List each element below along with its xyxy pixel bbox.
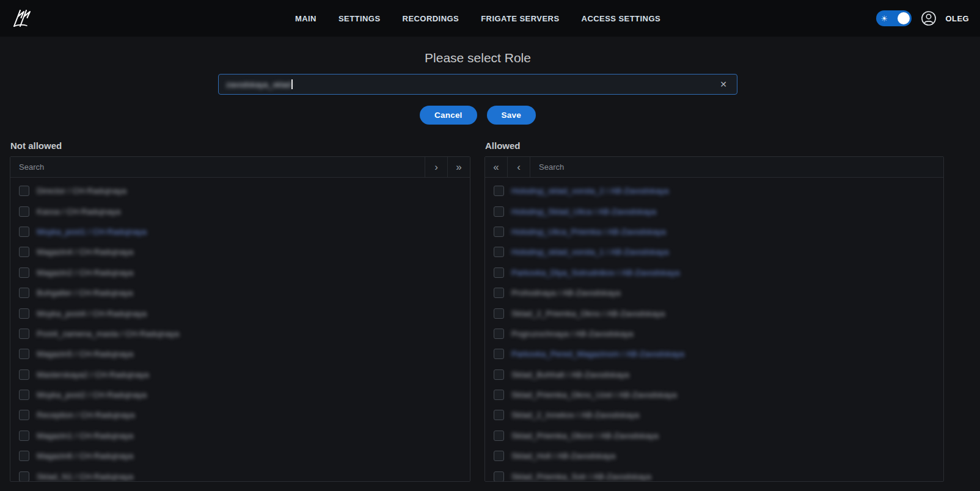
list-item[interactable]: Post4_zamena_masla / CH-Radujnaya: [10, 324, 470, 344]
not-allowed-panel: › » Director / CH-Radujnaya Kassa / CH-R…: [10, 156, 470, 482]
app-logo-icon[interactable]: [11, 7, 35, 29]
item-label: Holodnyj_sklad_vorota_2 / AB-Zavodskaya: [511, 186, 668, 195]
nav-link-frigate-servers[interactable]: FRIGATE SERVERS: [481, 14, 559, 23]
item-label: Pogruzochnaya / AB-Zavodskaya: [511, 329, 634, 338]
move-right-icon[interactable]: ›: [425, 157, 447, 177]
item-label: Holodnyj_Sklad_Ulica / AB-Zavodskaya: [511, 207, 656, 216]
item-checkbox[interactable]: [494, 390, 504, 400]
list-item[interactable]: Prohodnaya / AB-Zavodskaya: [485, 283, 943, 303]
list-item[interactable]: Sklad_2_Priemka_Okno / AB-Zavodskaya: [485, 303, 943, 323]
username-label[interactable]: OLEG: [946, 14, 969, 23]
item-label: Sklad_Holl / AB-Zavodskaya: [511, 451, 615, 460]
item-checkbox[interactable]: [19, 247, 29, 257]
list-item[interactable]: Holodnyj_sklad_vorota_2 / AB-Zavodskaya: [485, 181, 943, 201]
item-checkbox[interactable]: [494, 451, 504, 461]
item-checkbox[interactable]: [494, 349, 504, 359]
item-checkbox[interactable]: [19, 288, 29, 298]
item-checkbox[interactable]: [19, 349, 29, 359]
list-item[interactable]: Magazin5 / CH-Radujnaya: [10, 344, 470, 364]
user-avatar-icon[interactable]: [921, 10, 937, 26]
item-label: Sklad_Priemka_Okno_Uzel / AB-Zavodskaya: [511, 390, 677, 399]
item-checkbox[interactable]: [494, 267, 504, 278]
list-item[interactable]: Director / CH-Radujnaya: [10, 181, 470, 201]
item-checkbox[interactable]: [19, 206, 29, 217]
item-checkbox[interactable]: [19, 267, 29, 278]
item-checkbox[interactable]: [19, 227, 29, 237]
form-actions: Cancel Save: [218, 106, 737, 125]
nav-link-settings[interactable]: SETTINGS: [338, 14, 381, 23]
move-left-icon[interactable]: ‹: [508, 157, 530, 177]
item-checkbox[interactable]: [494, 247, 504, 257]
item-checkbox[interactable]: [19, 451, 29, 461]
list-item[interactable]: Kassa / CH-Radujnaya: [10, 201, 470, 221]
item-checkbox[interactable]: [19, 186, 29, 196]
theme-toggle[interactable]: ☀: [876, 10, 912, 26]
save-button[interactable]: Save: [487, 106, 536, 125]
list-item[interactable]: Sklad_Priemka_Obzor / AB-Zavodskaya: [485, 426, 943, 446]
list-item[interactable]: Moyka_post1 / CH-Radujnaya: [10, 222, 470, 242]
item-label: Magazin6 / CH-Radujnaya: [37, 451, 133, 460]
item-checkbox[interactable]: [19, 369, 29, 380]
item-checkbox[interactable]: [494, 410, 504, 420]
item-checkbox[interactable]: [494, 329, 504, 339]
list-item[interactable]: Sklad_Priemka_Sotr / AB-Zavodskaya: [485, 466, 943, 481]
list-item[interactable]: Holodnyj_Ulica_Priemka / AB-Zavodskaya: [485, 222, 943, 242]
item-checkbox[interactable]: [19, 329, 29, 339]
list-item[interactable]: Magazin2 / CH-Radujnaya: [10, 263, 470, 283]
list-item[interactable]: Holodnyj_sklad_vorota_1 / AB-Zavodskaya: [485, 242, 943, 262]
list-item[interactable]: Moyka_post2 / CH-Radujnaya: [10, 385, 470, 405]
item-checkbox[interactable]: [494, 206, 504, 217]
role-input-value: zavodskaya_sklad: [226, 80, 291, 89]
list-item[interactable]: Sklad_Holl / AB-Zavodskaya: [485, 446, 943, 466]
item-checkbox[interactable]: [494, 227, 504, 237]
list-item[interactable]: Sklad_Priemka_Okno_Uzel / AB-Zavodskaya: [485, 385, 943, 405]
item-label: Kassa / CH-Radujnaya: [37, 207, 120, 216]
item-label: Magazin5 / CH-Radujnaya: [37, 349, 133, 358]
nav-link-recordings[interactable]: RECORDINGS: [403, 14, 459, 23]
list-item[interactable]: Masterskaya2 / CH-Radujnaya: [10, 365, 470, 385]
list-item[interactable]: Magazin6 / CH-Radujnaya: [10, 446, 470, 466]
clear-input-icon[interactable]: ✕: [717, 79, 730, 90]
item-checkbox[interactable]: [19, 410, 29, 420]
nav-link-access-settings[interactable]: ACCESS SETTINGS: [582, 14, 661, 23]
list-item[interactable]: Moyka_post4 / CH-Radujnaya: [10, 303, 470, 323]
list-item[interactable]: Sklad_N1 / CH-Radujnaya: [10, 466, 470, 481]
not-allowed-list[interactable]: Director / CH-Radujnaya Kassa / CH-Raduj…: [10, 178, 470, 481]
list-item[interactable]: Parkovka_Dlya_Sotrudnikov / AB-Zavodskay…: [485, 263, 943, 283]
list-item[interactable]: Buhgalter / CH-Radujnaya: [10, 283, 470, 303]
list-item[interactable]: Sklad_2_Innekov / AB-Zavodskaya: [485, 405, 943, 425]
nav-link-main[interactable]: MAIN: [295, 14, 316, 23]
list-item[interactable]: Sklad_Buhhalt / AB-Zavodskaya: [485, 365, 943, 385]
item-checkbox[interactable]: [494, 288, 504, 298]
item-label: Magazin2 / CH-Radujnaya: [37, 268, 133, 277]
item-checkbox[interactable]: [494, 308, 504, 319]
item-checkbox[interactable]: [494, 369, 504, 380]
item-checkbox[interactable]: [19, 390, 29, 400]
list-item[interactable]: Parkovka_Pered_Magazinom / AB-Zavodskaya: [485, 344, 943, 364]
move-all-right-icon[interactable]: »: [447, 157, 470, 177]
item-checkbox[interactable]: [494, 186, 504, 196]
list-item[interactable]: Magazin4 / CH-Radujnaya: [10, 242, 470, 262]
not-allowed-search-input[interactable]: [10, 157, 425, 177]
item-checkbox[interactable]: [494, 471, 504, 481]
item-label: Post4_zamena_masla / CH-Radujnaya: [37, 329, 179, 338]
list-item[interactable]: Magazin1 / CH-Radujnaya: [10, 426, 470, 446]
text-caret: [291, 79, 293, 89]
role-name-input[interactable]: zavodskaya_sklad ✕: [218, 74, 737, 95]
sun-icon: ☀: [881, 15, 888, 23]
list-item[interactable]: Holodnyj_Sklad_Ulica / AB-Zavodskaya: [485, 201, 943, 221]
item-checkbox[interactable]: [494, 431, 504, 441]
allowed-search-input[interactable]: [530, 157, 943, 177]
item-checkbox[interactable]: [19, 431, 29, 441]
item-label: Sklad_2_Priemka_Okno / AB-Zavodskaya: [511, 309, 665, 318]
allowed-list[interactable]: Holodnyj_sklad_vorota_2 / AB-Zavodskaya …: [485, 178, 943, 481]
list-item[interactable]: Pogruzochnaya / AB-Zavodskaya: [485, 324, 943, 344]
not-allowed-section: Not allowed › » Director / CH-Radujnaya: [10, 140, 470, 482]
item-checkbox[interactable]: [19, 308, 29, 319]
move-all-left-icon[interactable]: «: [485, 157, 508, 177]
item-label: Moyka_post4 / CH-Radujnaya: [37, 309, 147, 318]
cancel-button[interactable]: Cancel: [420, 106, 477, 125]
list-item[interactable]: Reception / CH-Radujnaya: [10, 405, 470, 425]
item-checkbox[interactable]: [19, 471, 29, 481]
item-label: Parkovka_Dlya_Sotrudnikov / AB-Zavodskay…: [511, 268, 679, 277]
